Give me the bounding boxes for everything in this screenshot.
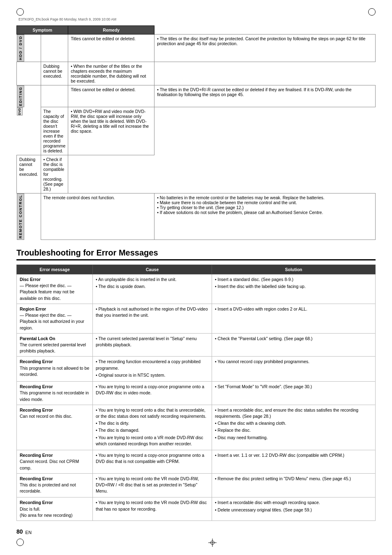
table-row: Recording ErrorCannot record. Disc not C…: [17, 450, 376, 474]
table-row: Recording ErrorDisc is full.(No area for…: [17, 497, 376, 521]
symptom-cell: Titles cannot be edited or deleted.: [68, 35, 154, 62]
table-row: Region Error— Please eject the disc. —Pl…: [17, 304, 376, 333]
crosshair-bottom: [208, 539, 217, 547]
table-row: REMOTE CONTROL The remote control does n…: [17, 193, 376, 240]
error-message-cell: Region Error— Please eject the disc. —Pl…: [17, 304, 93, 333]
editing-label: EDITING: [18, 87, 23, 106]
error-message-cell: Disc Error— Please eject the disc. —Play…: [17, 274, 93, 304]
error-message-cell: Parental Lock OnThe current selected par…: [17, 333, 93, 357]
solution-header: Solution: [212, 265, 376, 274]
error-header: Error message: [17, 265, 93, 274]
top-troubleshooting-table: Symptom Remedy HDD / DVD Titles cannot b…: [16, 25, 376, 240]
cause-cell: You are trying to record onto the VR mod…: [93, 473, 212, 497]
solution-cell: Insert a ver. 1.1 or ver. 1.2 DVD-RW dis…: [212, 450, 376, 474]
cause-cell: You are trying to record onto a disc tha…: [93, 405, 212, 450]
table-row: Recording ErrorThis disc is protected an…: [17, 473, 376, 497]
table-row: Dubbing cannot be executed. • When the n…: [17, 62, 376, 85]
table-row: Recording ErrorCan not record on this di…: [17, 405, 376, 450]
table-row: DVD The capacity of the disc doesn't inc…: [17, 107, 376, 155]
solution-cell: Insert a recordable disc with enough rec…: [212, 497, 376, 521]
error-message-cell: Recording ErrorDisc is full.(No area for…: [17, 497, 93, 521]
remedy-cell: • No batteries in the remote control or …: [154, 193, 376, 240]
remedy-cell: • When the number of the titles or the c…: [68, 62, 154, 85]
cause-cell: The recording function encountered a cop…: [93, 357, 212, 382]
symptom-cell: The capacity of the disc doesn't increas…: [41, 107, 68, 155]
symptom-header: Symptom: [17, 26, 68, 35]
remedy-cell: • The titles or the disc itself may be p…: [154, 35, 376, 62]
remedy-header: Remedy: [68, 26, 154, 35]
solution-cell: Insert a recordable disc, and ensure the…: [212, 405, 376, 450]
remedy-cell: • The titles in the DVD+R/-R cannot be e…: [154, 85, 376, 107]
table-row: Recording ErrorThis programme is not all…: [17, 357, 376, 382]
solution-cell: Check the "Parental Lock" setting. (See …: [212, 333, 376, 357]
error-message-cell: Recording ErrorCan not record on this di…: [17, 405, 93, 450]
cause-cell: You are trying to record onto the VR mod…: [93, 497, 212, 521]
remedy-cell: • Check if the disc is compatible for re…: [41, 155, 68, 193]
error-message-cell: Recording ErrorCannot record. Disc not C…: [17, 450, 93, 474]
cause-cell: You are trying to record a copy-once pro…: [93, 382, 212, 405]
page-number: 80: [16, 528, 23, 535]
error-message-cell: Recording ErrorThis programme is not rec…: [17, 382, 93, 405]
symptom-cell: Titles cannot be edited or deleted.: [68, 85, 154, 107]
table-row: EDITING Titles cannot be edited or delet…: [17, 85, 376, 107]
error-messages-table: Error message Cause Solution Disc Error—…: [16, 265, 376, 521]
remote-control-label: REMOTE CONTROL: [18, 195, 23, 239]
cause-cell: Playback is not authorised in the region…: [93, 304, 212, 333]
table-row: Parental Lock OnThe current selected par…: [17, 333, 376, 357]
corner-tr: [368, 8, 376, 16]
corner-bl: [16, 539, 24, 546]
page-header-line: E3TK0FD_EN.book Page 80 Monday, March 9,…: [16, 17, 376, 21]
solution-cell: Insert a DVD-video with region codes 2 o…: [212, 304, 376, 333]
corner-tl: [16, 8, 24, 16]
cause-cell: The current selected parental level in "…: [93, 333, 212, 357]
section-heading: Troubleshooting for Error Messages: [16, 248, 376, 260]
remedy-cell: • With DVD+RW and video mode DVD-RW, the…: [68, 107, 154, 155]
table-row: Recording ErrorThis programme is not rec…: [17, 382, 376, 405]
table-row: Disc Error— Please eject the disc. —Play…: [17, 274, 376, 304]
symptom-cell: Dubbing cannot be executed.: [41, 62, 68, 85]
cause-cell: An unplayable disc is inserted in the un…: [93, 274, 212, 304]
solution-cell: Remove the disc protect setting in "DVD …: [212, 473, 376, 497]
solution-cell: You cannot record copy prohibited progra…: [212, 357, 376, 382]
solution-cell: Insert a standard disc. (See pages 8-9.)…: [212, 274, 376, 304]
table-row: Dubbing cannot be executed. • Check if t…: [17, 155, 376, 193]
symptom-cell: The remote control does not function.: [41, 193, 154, 240]
solution-cell: Set "Format Mode" to "VR mode". (See pag…: [212, 382, 376, 405]
hdd-dvd-label: HDD / DVD: [18, 36, 23, 60]
table-row: HDD / DVD Titles cannot be edited or del…: [17, 35, 376, 62]
cause-cell: You are trying to record a copy-once pro…: [93, 450, 212, 474]
page-number-suffix: EN: [25, 530, 32, 535]
dvd-sublabel: DVD: [18, 108, 21, 115]
symptom-cell: Dubbing cannot be executed.: [17, 155, 41, 193]
cause-header: Cause: [93, 265, 212, 274]
error-message-cell: Recording ErrorThis programme is not all…: [17, 357, 93, 382]
error-message-cell: Recording ErrorThis disc is protected an…: [17, 473, 93, 497]
